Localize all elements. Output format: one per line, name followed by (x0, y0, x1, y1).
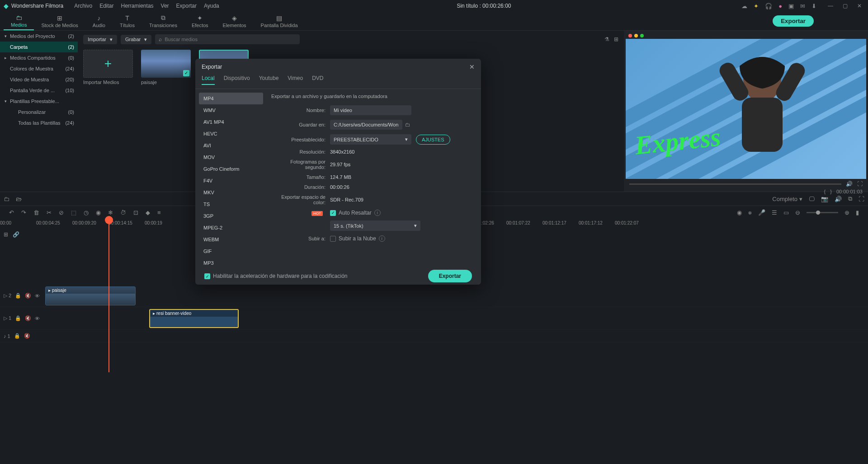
fullscreen-icon[interactable]: ⛶ (857, 181, 863, 187)
record-dropdown[interactable]: Grabar▾ (121, 35, 151, 44)
quality-dropdown[interactable]: Completo ▾ (772, 196, 802, 202)
export-final-button[interactable]: Exportar (428, 270, 472, 282)
link-icon[interactable]: 🔗 (13, 231, 19, 238)
format-av1-mp4[interactable]: AV1 MP4 (199, 116, 263, 128)
sidebar-item-8[interactable]: Todas las Plantillas(24) (0, 117, 78, 128)
tab-medios[interactable]: 🗀Medios (4, 12, 34, 30)
clip-banner[interactable]: ▸resi banner-video (149, 309, 239, 328)
visible-icon[interactable]: 👁 (35, 293, 40, 299)
export-tab-dvd[interactable]: DVD (312, 75, 323, 85)
cloud-icon[interactable]: ☁ (741, 3, 747, 9)
lock-icon[interactable]: 🔒 (14, 333, 20, 339)
denied-icon[interactable]: ⊘ (59, 209, 64, 216)
search-input[interactable] (165, 37, 296, 42)
sidebar-item-2[interactable]: ▸Medios Compartidos(0) (0, 52, 78, 63)
media-item-0[interactable]: +Importar Medios (83, 50, 133, 85)
format-f4v[interactable]: F4V (199, 175, 263, 187)
track-add-icon[interactable]: ⊞ (4, 231, 8, 238)
delete-icon[interactable]: 🗑 (33, 209, 39, 216)
tab-stock[interactable]: ⊞Stock de Medios (34, 13, 85, 30)
mute-icon[interactable]: 🔇 (25, 293, 31, 299)
sidebar-item-6[interactable]: ▾Plantillas Preestable... (0, 96, 78, 107)
expand-icon[interactable]: ⛶ (859, 196, 864, 202)
maximize-button[interactable]: ▢ (840, 3, 850, 9)
cut-icon[interactable]: ✂ (47, 209, 52, 216)
bracket-in-icon[interactable]: { (824, 189, 826, 194)
lock-icon[interactable]: 🔒 (15, 315, 21, 321)
open-folder-icon[interactable]: 🗁 (16, 196, 22, 202)
menu-herramientas[interactable]: Herramientas (121, 3, 154, 9)
marker-icon[interactable]: ⎈ (748, 209, 752, 216)
save-path-input[interactable] (330, 120, 402, 130)
monitor-icon[interactable]: 🖵 (809, 196, 815, 202)
zoom-slider[interactable] (807, 212, 838, 213)
redo-icon[interactable]: ↷ (21, 209, 26, 216)
color-icon[interactable]: ◉ (96, 209, 101, 216)
new-folder-icon[interactable]: 🗀 (4, 196, 9, 202)
import-dropdown[interactable]: Importar▾ (83, 35, 117, 44)
support-icon[interactable]: 🎧 (765, 3, 772, 9)
export-tab-youtube[interactable]: Youtube (259, 75, 279, 85)
format-wmv[interactable]: WMV (199, 104, 263, 116)
sidebar-item-7[interactable]: Personalizar(0) (0, 107, 78, 117)
export-tab-dispositivo[interactable]: Dispositivo (224, 75, 250, 85)
tab-elementos[interactable]: ◈Elementos (216, 13, 254, 30)
video-track-2[interactable]: ▷ 2🔒🔇👁 ▸paisaje (0, 285, 868, 307)
visible-icon[interactable]: 👁 (35, 316, 40, 321)
copy-icon[interactable]: ⧉ (848, 195, 852, 202)
keyframe-icon[interactable]: ◆ (146, 209, 150, 216)
tab-split[interactable]: ▤Pantalla Dividida (254, 13, 305, 30)
menu-archivo[interactable]: Archivo (74, 3, 92, 9)
format-gif[interactable]: GIF (199, 245, 263, 257)
export-tab-local[interactable]: Local (202, 75, 215, 85)
save-icon[interactable]: ▣ (788, 3, 794, 9)
export-tab-vimeo[interactable]: Vimeo (288, 75, 303, 85)
duration-icon[interactable]: ⏱ (120, 209, 126, 216)
mixer-icon[interactable]: ◉ (737, 209, 742, 216)
download-icon[interactable]: ⬇ (811, 3, 816, 9)
zoom-fit-icon[interactable]: ▮ (856, 209, 859, 216)
browse-folder-icon[interactable]: 🗀 (405, 122, 410, 128)
export-range-icon[interactable]: ▭ (783, 209, 789, 216)
undo-icon[interactable]: ↶ (9, 209, 14, 216)
info-icon[interactable]: i (379, 235, 385, 242)
voiceover-icon[interactable]: 🎤 (758, 209, 765, 216)
lock-icon[interactable]: 🔒 (15, 293, 21, 299)
audio-icon[interactable]: 🔊 (835, 196, 842, 202)
video-track-1[interactable]: ▷ 1🔒🔇👁 ▸resi banner-video (0, 307, 868, 330)
search-media[interactable]: ⌕ (155, 34, 300, 44)
mute-icon[interactable]: 🔇 (25, 315, 31, 321)
clip-paisaje[interactable]: ▸paisaje (45, 286, 136, 305)
adjust-icon[interactable]: ≡ (157, 209, 161, 216)
speed-icon[interactable]: ◷ (84, 209, 89, 216)
tiktok-select[interactable]: 15 s. (TikTok)▾ (330, 220, 420, 231)
volume-icon[interactable]: 🔊 (846, 181, 853, 187)
modal-close-button[interactable]: ✕ (469, 63, 475, 70)
format-3gp[interactable]: 3GP (199, 210, 263, 222)
tab-transiciones[interactable]: ⧉Transiciones (142, 12, 184, 30)
fit-icon[interactable]: ⊡ (133, 209, 138, 216)
tab-titulos[interactable]: TTítulos (113, 13, 142, 30)
crop-icon[interactable]: ⬚ (71, 209, 76, 216)
notify-icon[interactable]: ✉ (800, 3, 805, 9)
sidebar-item-4[interactable]: Video de Muestra(20) (0, 74, 78, 85)
hw-accel-checkbox[interactable]: ✓ (204, 273, 210, 279)
info-icon[interactable]: i (374, 210, 381, 216)
sidebar-item-5[interactable]: Pantalla Verde de ...(10) (0, 85, 78, 96)
format-ts[interactable]: TS (199, 198, 263, 210)
format-webm[interactable]: WEBM (199, 234, 263, 245)
preset-select[interactable]: PREESTABLECIDO▾ (330, 134, 411, 145)
auto-highlight-checkbox[interactable]: ✓ (330, 210, 336, 216)
tab-audio[interactable]: ♪Audio (85, 13, 113, 30)
sidebar-item-1[interactable]: Carpeta(2) (0, 42, 78, 52)
sidebar-item-0[interactable]: ▾Medios del Proyecto(2) (0, 31, 78, 42)
format-mp3[interactable]: MP3 (199, 257, 263, 269)
audio-track-1[interactable]: ♪ 1🔒🔇 (0, 330, 868, 342)
close-button[interactable]: ✕ (854, 3, 864, 9)
format-avi[interactable]: AVI (199, 140, 263, 151)
name-input[interactable] (330, 105, 411, 115)
format-mp4[interactable]: MP4 (199, 93, 263, 104)
format-mpeg-2[interactable]: MPEG-2 (199, 222, 263, 234)
grid-icon[interactable]: ⊞ (614, 36, 618, 42)
format-mkv[interactable]: MKV (199, 187, 263, 198)
